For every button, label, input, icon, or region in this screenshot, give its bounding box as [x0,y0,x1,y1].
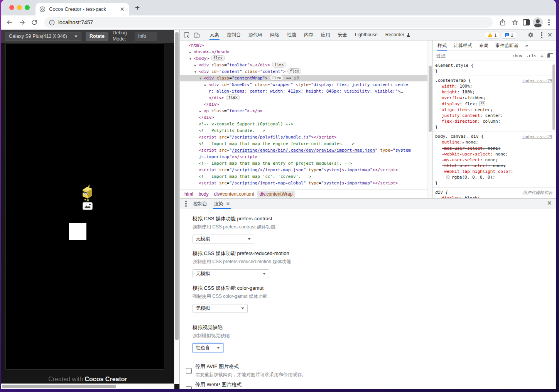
css-property[interactable]: -ms-user-select: none; [435,157,553,163]
expand-arrow-icon[interactable]: ▶ [463,140,464,145]
dom-tree-line[interactable]: ▶<p class="footer">…</p> [180,108,432,114]
style-source-link[interactable]: index.css:29 [522,134,552,140]
devtools-tab-8[interactable]: Lighthouse [351,30,382,40]
style-source-link[interactable]: index.css:75 [522,78,552,84]
css-property[interactable]: flex-direction: column; [435,118,553,124]
color-swatch[interactable] [446,175,450,179]
devtools-tab-9[interactable]: Recorder [382,30,414,40]
style-selector[interactable]: element.style { [435,63,553,68]
breadcrumb-item[interactable]: body [196,191,211,198]
messages-badge[interactable]: 2 [502,32,516,39]
toggle-pseudo-button[interactable]: :hov [512,53,523,58]
emulation-select-0[interactable]: 无模拟 [193,235,254,243]
profile-avatar[interactable] [533,17,543,27]
device-toolbar-icon[interactable] [192,30,202,40]
css-property[interactable]: outline:▶none; [435,139,553,145]
devtools-tab-4[interactable]: 性能 [283,30,300,40]
flex-badge[interactable]: flex [211,55,225,61]
styles-tab-1[interactable]: 计算样式 [450,41,476,51]
dom-tree-line[interactable]: ···▼<div class="contentWrap">flex== $0 [180,75,432,81]
css-property[interactable]: display: flex; [435,101,553,107]
css-property[interactable]: -webkit-user-select: none; [435,151,553,157]
browser-menu-icon[interactable] [548,19,550,25]
expand-arrow-icon[interactable]: ▶ [465,95,467,101]
dock-sidebar-icon[interactable] [547,53,553,58]
devtools-tab-5[interactable]: 内存 [300,30,317,40]
flex-editor-icon[interactable] [480,101,485,106]
expander-icon[interactable]: ▶ [194,62,199,69]
expander-icon[interactable]: ▶ [189,49,194,56]
dom-tree-line[interactable]: ▶<div id="GameDiv" class="wrapper" style… [180,81,432,88]
back-button[interactable] [5,18,14,27]
dom-tree-line[interactable]: </div>flex [180,95,432,101]
checkbox[interactable] [186,368,192,374]
game-canvas[interactable] [5,43,164,370]
styles-tab-0[interactable]: 样式 [434,41,450,51]
expander-icon[interactable]: ▼ [199,75,204,82]
breadcrumb-item[interactable]: div#content.content [211,191,257,198]
device-select[interactable]: Galaxy S9 Plus(412 X 846) [5,32,81,41]
css-property[interactable]: width: 100%; [435,83,553,89]
inspect-element-icon[interactable] [182,30,192,40]
css-property[interactable]: display: block; [435,195,553,198]
styles-tab-2[interactable]: 布局 [476,41,492,51]
dom-tree-line[interactable]: <!-- v-console Support.(Optional) --> [180,121,432,127]
more-actions-icon[interactable]: ··· [181,75,187,81]
side-panel-icon[interactable] [523,19,530,25]
dom-tree-line[interactable]: <script src="/scripting/engine/bin/.cach… [180,147,432,154]
devtools-tab-1[interactable]: 控制台 [223,30,245,40]
devtools-tab-3[interactable]: 网络 [266,30,283,40]
dom-tree-line[interactable]: r; align-items: center; width: 412px; he… [180,88,432,95]
styles-tab-4[interactable]: » [522,41,532,51]
expander-icon[interactable]: ▼ [189,56,194,62]
styles-scrollbar[interactable] [552,61,556,198]
toggle-class-button[interactable]: .cls [526,53,537,58]
dom-tree-line[interactable]: <!-- Import map that map the entry of pr… [180,160,432,167]
devtools-tab-2[interactable]: 源代码 [245,30,266,40]
info-button[interactable]: Info [135,32,157,41]
dom-tree-line[interactable]: <!-- Polyfills bundle. --> [180,127,432,134]
dom-tree-line[interactable]: js-importmap"></script> [180,154,432,160]
emulation-select-3[interactable]: 红色盲 [193,343,223,352]
dom-tree-line[interactable]: <html> [180,42,432,49]
expander-icon[interactable]: ▶ [199,108,204,115]
close-window-button[interactable] [9,5,14,10]
emulation-select-2[interactable]: 无模拟 [193,304,248,313]
breadcrumb-item[interactable]: div.contentWrap [257,191,296,198]
drawer-tab-1[interactable]: 渲染✕ [211,199,233,209]
new-tab-button[interactable]: + [135,3,140,12]
styles-filter-input[interactable] [436,53,508,59]
dom-tree-line[interactable]: ▼<div id="content" class="content">flex [180,68,432,75]
maximize-window-button[interactable] [25,5,30,10]
flex-badge[interactable]: flex [270,75,284,81]
css-property[interactable]: align-items: center; [435,107,553,113]
dom-tree-line[interactable]: <script src="/scripting/x/import-map.jso… [180,167,432,173]
page-horizontal-scrollbar[interactable] [1,384,174,389]
devtools-tab-7[interactable]: 安全 [334,30,351,40]
tab-close-icon[interactable]: ✕ [226,199,230,209]
css-property[interactable]: -webkit-tap-highlight-color: [435,169,553,174]
tab-close-icon[interactable]: ✕ [119,6,125,12]
url-text[interactable]: localhost:7457 [58,19,93,25]
code-token[interactable]: /scripting/x/import-map.json [232,167,303,172]
browser-tab[interactable]: Cocos Creator - test-pack ✕ [35,3,129,15]
rotate-button[interactable]: Rotate [86,32,108,41]
elements-scrollbar[interactable] [427,41,432,198]
dom-tree-line[interactable]: </div> [180,101,432,108]
styles-tab-3[interactable]: 事件监听器 [492,41,522,51]
dom-tree-line[interactable]: <script src="/scripting/import-map-globa… [180,180,432,186]
scrollbar-thumb[interactable] [175,32,179,340]
emulation-select-1[interactable]: 无模拟 [193,269,269,278]
code-token[interactable]: /scripting/import-map-global [232,181,303,186]
share-icon[interactable] [498,18,507,27]
breadcrumb-item[interactable]: html [182,191,196,198]
css-property[interactable]: -moz-user-select: none; [435,145,553,151]
drawer-tab-0[interactable]: 控制台 [190,199,211,209]
settings-gear-icon[interactable] [526,30,536,40]
dom-tree-line[interactable]: </div> [180,114,432,121]
dom-tree-line[interactable]: <!-- Import map that map 'cc', 'cc/env'.… [180,173,432,180]
dom-tree-line[interactable]: <script src="/scripting/polyfills/bundle… [180,134,432,140]
warnings-badge[interactable]: 1 [485,32,499,39]
checkbox[interactable] [186,386,192,389]
scrollbar-thumb[interactable] [2,385,116,388]
